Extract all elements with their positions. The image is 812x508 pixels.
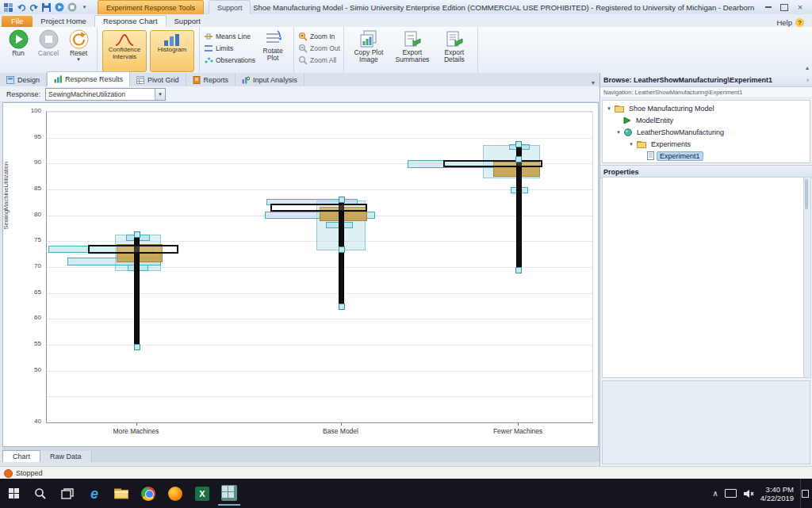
ribbon: Run Cancel Reset ▾ Run Confidence Interv…: [0, 27, 812, 74]
response-dropdown[interactable]: SewingMachineUtilization ▾: [45, 88, 166, 101]
zoom-out-button[interactable]: Zoom Out: [297, 43, 340, 53]
copy-plot-image-button[interactable]: Copy Plot Image: [348, 29, 389, 63]
tab-file[interactable]: File: [2, 16, 33, 27]
help-label: Help: [776, 18, 792, 27]
quick-stop-icon[interactable]: [67, 2, 77, 13]
qat-dropdown-icon[interactable]: ▾: [79, 2, 90, 13]
rotate-plot-button[interactable]: Rotate Plot: [256, 29, 289, 62]
zoom-out-icon: [297, 44, 308, 53]
notification-center-icon[interactable]: [800, 479, 809, 508]
limits-toggle[interactable]: Limits: [203, 43, 255, 53]
tab-response-results[interactable]: Response Results: [47, 71, 130, 86]
app-logo-icon[interactable]: [3, 2, 13, 13]
close-icon[interactable]: ×: [795, 2, 806, 12]
cancel-icon: [39, 29, 59, 49]
tab-reports-label: Reports: [204, 76, 229, 84]
tree-item-model[interactable]: ▾ Shoe Manufacturing Model: [603, 102, 810, 114]
observations-toggle[interactable]: Observations: [203, 55, 255, 65]
zoom-in-button[interactable]: Zoom In: [297, 31, 340, 41]
clock[interactable]: 3:40 PM 4/22/2019: [760, 485, 794, 502]
properties-scrollbar[interactable]: [803, 177, 811, 378]
tree-item-modelentity[interactable]: ModelEntity: [603, 114, 810, 126]
observation-marker: [339, 246, 345, 253]
status-bar: Stopped: [0, 466, 812, 479]
search-button[interactable]: [29, 483, 52, 505]
confidence-intervals-toggle[interactable]: Confidence Intervals: [102, 30, 147, 72]
task-view-button[interactable]: [56, 483, 79, 505]
tab-strip-dropdown-icon[interactable]: ▾: [592, 79, 599, 86]
chevron-down-icon[interactable]: ▾: [155, 89, 165, 100]
simio-app-icon[interactable]: [218, 482, 240, 506]
help-button[interactable]: Help ?: [776, 18, 812, 27]
cancel-button[interactable]: Cancel: [34, 29, 63, 57]
export-details-button[interactable]: Export Details: [435, 29, 473, 63]
tab-design[interactable]: Design: [0, 73, 47, 86]
tab-chart[interactable]: Chart: [2, 450, 40, 462]
start-button[interactable]: [2, 483, 25, 505]
response-results-icon: [54, 75, 62, 83]
panel-collapse-icon[interactable]: ›: [806, 76, 809, 84]
edge-icon[interactable]: e: [83, 483, 105, 505]
expander-icon[interactable]: ▾: [628, 141, 634, 147]
y-tick-label: 60: [10, 314, 41, 321]
firefox-icon[interactable]: [164, 483, 186, 505]
file-explorer-icon[interactable]: [110, 483, 132, 505]
means-line-toggle[interactable]: Means Line: [203, 31, 255, 41]
y-tick-label: 50: [10, 366, 41, 373]
category-label: Base Model: [285, 427, 396, 435]
redo-icon[interactable]: [29, 2, 39, 13]
zoom-all-label: Zoom All: [310, 56, 336, 64]
tab-input-analysis[interactable]: Input Analysis: [236, 73, 304, 86]
excel-icon[interactable]: X: [191, 483, 213, 505]
run-icon: [9, 29, 29, 49]
reset-dropdown-icon[interactable]: ▾: [77, 57, 80, 62]
restore-icon[interactable]: [779, 2, 790, 12]
context-tab-experiment-response-tools[interactable]: Experiment Response Tools: [98, 0, 204, 14]
tab-project-home[interactable]: Project Home: [33, 16, 94, 27]
category-label: More Machines: [81, 427, 192, 435]
chrome-icon[interactable]: [137, 483, 159, 505]
observation-marker: [515, 156, 522, 162]
expander-icon[interactable]: ▾: [606, 105, 612, 112]
tab-support[interactable]: Support: [167, 16, 209, 27]
histogram-toggle[interactable]: Histogram: [150, 30, 194, 72]
y-tick-label: 75: [10, 236, 41, 243]
means-line-label: Means Line: [216, 32, 251, 40]
windows-taskbar: e X ∧ 3:40 PM 4/22/2019: [0, 479, 812, 508]
tab-raw-data[interactable]: Raw Data: [40, 451, 92, 462]
ribbon-collapse-icon[interactable]: ▴: [806, 64, 809, 71]
quick-access-toolbar: ▾: [0, 2, 93, 13]
undo-icon[interactable]: [16, 2, 26, 13]
chevron-up-icon[interactable]: ∧: [712, 489, 718, 498]
scrollbar-thumb[interactable]: [805, 179, 808, 209]
run-button[interactable]: Run: [4, 29, 33, 57]
response-selector-row: Response: SewingMachineUtilization ▾: [0, 86, 599, 102]
properties-panel[interactable]: [602, 177, 804, 378]
observation-marker: [339, 304, 345, 310]
tree-item-experiments[interactable]: ▾ Experiments: [603, 138, 810, 150]
tree-item-experiment1[interactable]: Experiment1: [603, 150, 810, 162]
plot-area[interactable]: [46, 111, 593, 423]
zoom-all-icon: [297, 55, 308, 65]
volume-icon[interactable]: [743, 489, 754, 498]
x-tick: [136, 422, 137, 426]
y-tick-label: 90: [10, 159, 41, 166]
display-icon[interactable]: [725, 489, 737, 498]
x-tick: [518, 422, 519, 426]
minimize-icon[interactable]: [763, 2, 774, 12]
tab-pivot-grid[interactable]: Pivot Grid: [130, 73, 186, 86]
tab-response-chart[interactable]: Response Chart: [94, 15, 167, 27]
reset-icon: [69, 29, 89, 49]
save-icon[interactable]: [41, 2, 52, 13]
quick-run-icon[interactable]: [54, 2, 64, 13]
context-tab-support[interactable]: Support: [209, 0, 251, 14]
export-summaries-button[interactable]: Export Summaries: [391, 29, 434, 63]
reset-button[interactable]: Reset ▾: [64, 29, 93, 62]
zoom-all-button[interactable]: Zoom All: [297, 55, 340, 65]
tab-reports[interactable]: Reports: [186, 73, 236, 86]
export-summaries-icon: [403, 29, 422, 48]
folder-icon: [637, 140, 646, 148]
tree-item-leathershowmanufacturing[interactable]: ▾ LeatherShowManufacturing: [603, 126, 810, 138]
x-axis: More MachinesBase ModelFewer Machines: [46, 422, 592, 443]
expander-icon[interactable]: ▾: [615, 129, 622, 136]
